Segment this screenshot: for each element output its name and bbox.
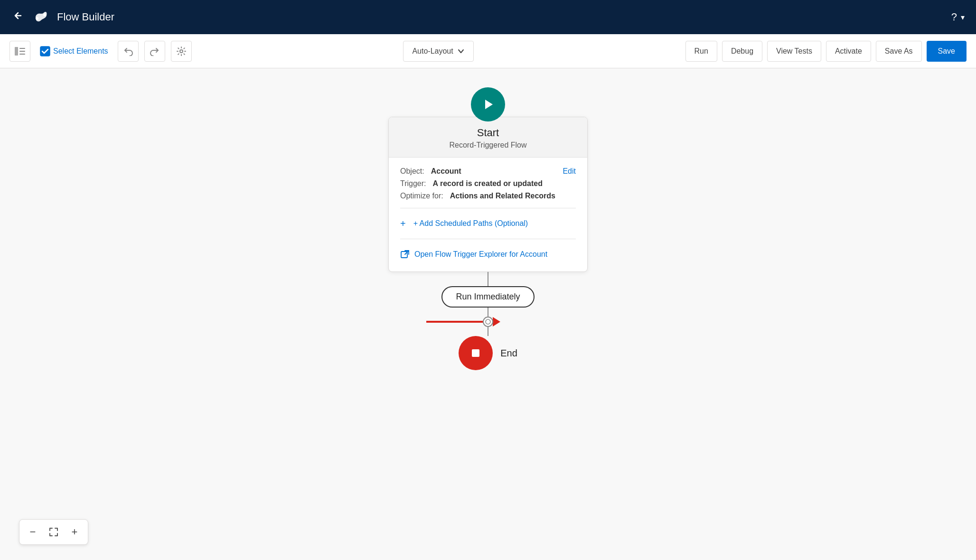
trigger-label: Trigger: — [400, 179, 426, 188]
flow-container: Start Record-Triggered Flow Object: Acco… — [388, 87, 588, 370]
svg-point-7 — [180, 50, 183, 53]
settings-button[interactable] — [171, 41, 192, 62]
open-trigger-label: Open Flow Trigger Explorer for Account — [414, 250, 547, 259]
select-elements-label: Select Elements — [53, 47, 108, 56]
header-right: ? ▾ — [951, 11, 965, 23]
object-label: Object: — [400, 167, 424, 176]
add-scheduled-label: + Add Scheduled Paths (Optional) — [413, 219, 528, 228]
header: Flow Builder ? ▾ — [0, 0, 976, 34]
help-dropdown-icon[interactable]: ▾ — [961, 13, 965, 22]
zoom-in-icon: + — [72, 526, 78, 538]
toolbar: Select Elements Auto-Layout Run Debug — [0, 34, 976, 68]
optimize-label: Optimize for: — [400, 192, 443, 200]
header-left: Flow Builder — [11, 8, 114, 27]
divider-2 — [400, 239, 576, 239]
save-as-button[interactable]: Save As — [876, 41, 922, 62]
save-label: Save — [938, 47, 955, 55]
end-row: End — [459, 336, 517, 370]
start-card-header: Start Record-Triggered Flow — [389, 117, 587, 157]
flow-logo-icon — [32, 8, 49, 27]
save-as-label: Save As — [885, 47, 913, 56]
trigger-value: A record is created or updated — [433, 179, 543, 188]
optimize-row: Optimize for: Actions and Related Record… — [400, 192, 576, 200]
run-button[interactable]: Run — [685, 41, 717, 62]
help-icon[interactable]: ? — [951, 11, 957, 23]
arrow-connector — [388, 308, 588, 336]
run-label: Run — [694, 47, 708, 56]
connector-bottom — [488, 327, 488, 336]
activate-label: Activate — [835, 47, 862, 56]
toolbar-right: Run Debug View Tests Activate Save As Sa… — [685, 41, 967, 62]
run-immediately-button[interactable]: Run Immediately — [441, 286, 534, 308]
arrow-head — [493, 317, 500, 327]
zoom-controls: − + — [19, 519, 88, 545]
zoom-out-button[interactable]: − — [23, 523, 42, 541]
view-tests-button[interactable]: View Tests — [767, 41, 821, 62]
start-subtitle: Record-Triggered Flow — [400, 141, 576, 149]
back-button[interactable] — [11, 9, 25, 26]
debug-label: Debug — [731, 47, 753, 56]
svg-point-1 — [43, 13, 46, 16]
end-label: End — [500, 348, 517, 359]
sidebar-toggle-button[interactable] — [9, 41, 30, 62]
svg-marker-8 — [485, 100, 493, 109]
object-value: Account — [431, 167, 461, 176]
svg-rect-4 — [19, 51, 25, 52]
activate-button[interactable]: Activate — [826, 41, 871, 62]
divider-1 — [400, 208, 576, 208]
auto-layout-button[interactable]: Auto-Layout — [403, 41, 473, 62]
start-trigger-button[interactable] — [471, 87, 505, 121]
object-row: Object: Account Edit — [400, 167, 576, 176]
open-trigger-explorer-button[interactable]: Open Flow Trigger Explorer for Account — [400, 247, 576, 262]
app-title: Flow Builder — [57, 11, 114, 23]
zoom-fit-button[interactable] — [44, 523, 63, 541]
run-immediately-label: Run Immediately — [456, 292, 520, 301]
redo-button[interactable] — [144, 41, 165, 62]
connector-1 — [488, 272, 488, 286]
svg-point-10 — [486, 319, 490, 324]
auto-layout-label: Auto-Layout — [412, 47, 453, 56]
svg-rect-3 — [19, 48, 25, 49]
trigger-row: Trigger: A record is created or updated — [400, 179, 576, 188]
select-elements-button[interactable]: Select Elements — [36, 46, 112, 56]
debug-button[interactable]: Debug — [722, 41, 762, 62]
save-button[interactable]: Save — [927, 41, 967, 62]
edit-link[interactable]: Edit — [563, 167, 576, 176]
zoom-out-icon: − — [30, 526, 36, 538]
svg-point-0 — [36, 17, 38, 20]
svg-rect-11 — [472, 349, 479, 357]
end-button[interactable] — [459, 336, 493, 370]
start-card-body: Object: Account Edit Trigger: A record i… — [389, 157, 587, 271]
add-node-button[interactable] — [483, 317, 493, 327]
svg-rect-2 — [15, 47, 18, 56]
svg-rect-5 — [19, 54, 25, 55]
view-tests-label: View Tests — [776, 47, 812, 56]
connector-top — [488, 308, 488, 317]
add-scheduled-icon: + — [400, 219, 406, 228]
start-card: Start Record-Triggered Flow Object: Acco… — [388, 117, 588, 272]
start-title: Start — [400, 127, 576, 139]
zoom-in-button[interactable]: + — [65, 523, 84, 541]
undo-button[interactable] — [118, 41, 139, 62]
flow-canvas: Start Record-Triggered Flow Object: Acco… — [0, 68, 976, 560]
add-scheduled-paths-button[interactable]: + + Add Scheduled Paths (Optional) — [400, 216, 576, 231]
optimize-value: Actions and Related Records — [450, 192, 555, 200]
